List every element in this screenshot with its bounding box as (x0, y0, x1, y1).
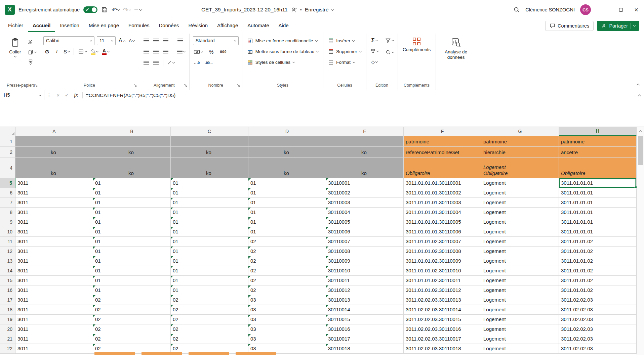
partial-row-cell[interactable] (236, 352, 276, 355)
cell-A7[interactable]: 3011 (15, 198, 93, 208)
partial-row-cell[interactable] (94, 352, 135, 355)
underline-button[interactable]: S (63, 47, 70, 56)
chevron-down-icon[interactable] (352, 39, 355, 42)
cell-H2[interactable]: ancetre (559, 147, 637, 158)
row-header-15[interactable]: 15 (0, 276, 15, 285)
align-middle-button[interactable] (152, 36, 160, 45)
cell-G4[interactable]: Logement Obligatoire (481, 158, 559, 178)
chevron-down-icon[interactable] (117, 8, 120, 10)
cell-H22[interactable]: 3011.02.02.03 (559, 344, 637, 354)
cell-F16[interactable]: 3011.01.01.02.30110012 (404, 285, 481, 295)
customize-toolbar-button[interactable] (134, 9, 138, 10)
chevron-down-icon[interactable] (633, 24, 636, 27)
cell-G14[interactable]: Logement (481, 266, 559, 276)
merge-center-button[interactable] (176, 47, 186, 56)
cell-styles-button[interactable]: Styles de cellules (246, 58, 320, 67)
cell-F10[interactable]: 3011.01.01.01.30110006 (404, 227, 481, 237)
accounting-format-button[interactable] (193, 48, 203, 56)
cell-E7[interactable]: 30110003 (326, 198, 404, 208)
cell-G16[interactable]: Logement (481, 285, 559, 295)
partial-row-cell[interactable] (189, 352, 229, 355)
row-header-9[interactable]: 9 (0, 217, 15, 227)
user-name[interactable]: Clémence SONZOGNI (525, 7, 575, 12)
cell-E18[interactable]: 30110014 (326, 305, 404, 315)
scroll-up-button[interactable] (637, 127, 644, 134)
cell-A15[interactable]: 3011 (15, 276, 93, 285)
cell-H12[interactable]: 3011.01.01.02 (559, 247, 637, 256)
cell-F8[interactable]: 3011.01.01.01.30110004 (404, 208, 481, 217)
percent-style-button[interactable]: % (208, 48, 215, 56)
cell-D12[interactable]: 02 (248, 247, 326, 256)
cell-G12[interactable]: Logement (481, 247, 559, 256)
cell-B1[interactable] (93, 136, 171, 147)
dialog-launcher-icon[interactable] (34, 83, 38, 87)
cell-D9[interactable]: 01 (248, 217, 326, 227)
cell-A11[interactable]: 3011 (15, 237, 93, 247)
decrease-decimal-button[interactable]: .00→ (204, 59, 214, 67)
cell-D5[interactable]: 01 (248, 178, 326, 188)
cell-F13[interactable]: 3011.01.01.02.30110009 (404, 256, 481, 266)
save-button[interactable] (101, 6, 108, 13)
cell-D18[interactable]: 03 (248, 305, 326, 315)
fill-color-button[interactable] (90, 47, 99, 56)
cell-F2[interactable]: referencePatrimoineGet (404, 147, 481, 158)
tab-accueil[interactable]: Accueil (28, 19, 55, 32)
row-header-2[interactable]: 2 (0, 147, 15, 158)
column-header-F[interactable]: F (404, 127, 481, 136)
cell-H15[interactable]: 3011.01.01.02 (559, 276, 637, 285)
cell-A8[interactable]: 3011 (15, 208, 93, 217)
chevron-down-icon[interactable] (201, 50, 203, 53)
dialog-launcher-icon[interactable] (133, 83, 137, 87)
dialog-launcher-icon[interactable] (236, 83, 240, 87)
cell-F20[interactable]: 3011.02.02.03.30110016 (404, 324, 481, 334)
cell-E14[interactable]: 30110010 (326, 266, 404, 276)
paste-button[interactable]: Coller (5, 36, 25, 57)
cell-E17[interactable]: 30110013 (326, 295, 404, 305)
cell-A21[interactable]: 3011 (15, 334, 93, 344)
align-center-button[interactable] (152, 47, 160, 56)
excel-logo-icon[interactable]: X (5, 5, 15, 15)
formula-input[interactable]: =CONCATENER(A5;".";B5;".";C5;".";D5) (86, 92, 175, 98)
cell-E22[interactable]: 30110018 (326, 344, 404, 354)
cell-C13[interactable]: 01 (171, 256, 248, 266)
cell-A14[interactable]: 3011 (15, 266, 93, 276)
font-size-select[interactable]: 11 (97, 36, 116, 45)
maximize-button[interactable] (613, 0, 629, 19)
row-header-11[interactable]: 11 (0, 237, 15, 247)
cell-B11[interactable]: 01 (93, 237, 171, 247)
cell-A12[interactable]: 3011 (15, 247, 93, 256)
tab-données[interactable]: Données (154, 19, 184, 32)
chevron-down-icon[interactable] (172, 61, 175, 63)
align-left-button[interactable] (143, 47, 150, 56)
cell-B19[interactable]: 02 (93, 315, 171, 324)
cell-B7[interactable]: 01 (93, 198, 171, 208)
align-top-button[interactable] (143, 36, 150, 45)
cell-C9[interactable]: 01 (171, 217, 248, 227)
cell-G7[interactable]: Logement (481, 198, 559, 208)
cell-G17[interactable]: Logement (481, 295, 559, 305)
cell-G22[interactable]: Logement (481, 344, 559, 354)
row-header-1[interactable]: 1 (0, 136, 15, 147)
cell-B8[interactable]: 01 (93, 208, 171, 217)
minimize-button[interactable] (598, 0, 613, 19)
saved-status[interactable]: Enregistré (305, 7, 329, 13)
cell-C2[interactable]: ko (171, 147, 248, 158)
decrease-font-size-button[interactable]: A (128, 37, 135, 45)
cell-D2[interactable]: ko (248, 147, 326, 158)
cell-E4[interactable]: ko (326, 158, 404, 178)
italic-button[interactable]: I (53, 47, 61, 56)
cell-A5[interactable]: 3011 (15, 178, 93, 188)
cell-D4[interactable]: ko (248, 158, 326, 178)
cell-A16[interactable]: 3011 (15, 285, 93, 295)
tab-formules[interactable]: Formules (124, 19, 154, 32)
font-color-button[interactable]: A (101, 47, 110, 56)
cell-D1[interactable] (248, 136, 326, 147)
chevron-down-icon[interactable] (85, 50, 87, 52)
share-button[interactable]: Partager (597, 21, 639, 31)
cell-C10[interactable]: 01 (171, 227, 248, 237)
cell-B5[interactable]: 01 (93, 178, 171, 188)
tab-automate[interactable]: Automate (243, 19, 274, 32)
cell-H17[interactable]: 3011.02.02.03 (559, 295, 637, 305)
row-header-16[interactable]: 16 (0, 285, 15, 295)
close-button[interactable]: × (629, 0, 644, 19)
